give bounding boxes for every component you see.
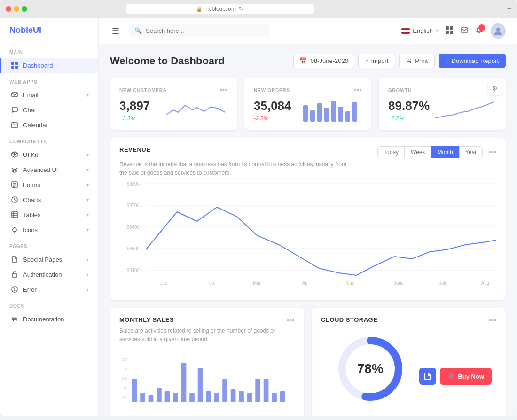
svg-rect-39	[317, 103, 322, 122]
mail-button[interactable]	[461, 26, 468, 36]
user-avatar[interactable]	[491, 23, 506, 39]
sidebar-item-uikit[interactable]: UI Kit ▾	[0, 147, 98, 162]
page-title: Welcome to Dashboard	[110, 55, 225, 67]
notification-badge	[478, 24, 485, 31]
language-selector[interactable]: English ▾	[401, 27, 438, 34]
card-menu-customers[interactable]: •••	[219, 86, 227, 94]
sidebar-item-forms[interactable]: Forms ▾	[0, 177, 98, 192]
maximize-dot	[22, 6, 27, 12]
card-menu-orders[interactable]: •••	[354, 86, 362, 94]
grid-toggle-button[interactable]	[446, 26, 453, 36]
file-icon	[11, 256, 18, 263]
cloud-storage-header: CLOUD STORAGE •••	[321, 316, 496, 325]
section-docs-label: DOCS	[0, 297, 98, 311]
date-picker[interactable]: 📅 08-June-2020	[293, 54, 354, 68]
svg-rect-79	[222, 379, 227, 402]
bell-button[interactable]	[476, 26, 483, 36]
time-btn-year[interactable]: Year	[459, 146, 483, 158]
download-report-button[interactable]: ↓ Download Report	[439, 54, 506, 68]
svg-rect-68	[132, 379, 137, 402]
sidebar-item-authentication[interactable]: Authentication ▾	[0, 267, 98, 282]
svg-rect-0	[11, 62, 14, 65]
sidebar-item-tables[interactable]: Tables ▾	[0, 207, 98, 222]
settings-button[interactable]: ⚙	[488, 81, 502, 95]
sidebar-item-dashboard[interactable]: Dashboard	[0, 58, 98, 73]
refresh-icon: ↻	[239, 6, 243, 12]
time-btn-today[interactable]: Today	[377, 146, 405, 158]
svg-rect-34	[450, 31, 453, 34]
sidebar-item-label-forms: Forms	[23, 181, 82, 188]
svg-text:160: 160	[122, 377, 127, 380]
monthly-sales-chart: 200 180 160 140 120	[119, 350, 295, 411]
svg-text:120: 120	[122, 395, 127, 398]
new-tab-icon: +	[507, 5, 511, 13]
card-header-growth: GROWTH •••	[388, 86, 496, 94]
flag-icon	[401, 28, 410, 34]
svg-rect-78	[214, 393, 219, 402]
revenue-card-menu[interactable]: •••	[488, 148, 496, 156]
card-label-orders: NEW ORDERS	[254, 88, 290, 93]
svg-rect-41	[331, 101, 336, 122]
lock-icon	[11, 271, 18, 278]
svg-text:June: June	[394, 280, 403, 286]
section-pages-label: PAGES	[0, 237, 98, 252]
monthly-sales-title: MONTHLY SALES	[119, 316, 174, 323]
buy-now-button[interactable]: 🛒 Buy Now	[440, 368, 492, 385]
sidebar-item-label-error: Error	[23, 286, 82, 293]
card-body-customers: 3,897 +3.3%	[119, 98, 227, 122]
svg-text:Mar: Mar	[253, 280, 261, 286]
form-icon	[11, 181, 18, 188]
sidebar-item-charts[interactable]: Charts ▾	[0, 192, 98, 207]
sidebar-item-chat[interactable]: Chat	[0, 102, 98, 117]
monthly-sales-menu[interactable]: •••	[287, 316, 295, 325]
time-btn-week[interactable]: Week	[405, 146, 431, 158]
svg-rect-42	[338, 107, 343, 122]
calendar-icon	[11, 121, 18, 129]
used-storage-label: USED STORAGE	[379, 415, 419, 416]
search-input[interactable]	[146, 27, 264, 34]
time-btn-month[interactable]: Month	[431, 146, 459, 158]
cloud-storage-card: CLOUD STORAGE •••	[312, 308, 506, 416]
document-icon-button[interactable]	[419, 368, 436, 385]
sidebar-item-special-pages[interactable]: Special Pages ▾	[0, 252, 98, 267]
star-icon	[11, 226, 18, 233]
hash-icon	[11, 315, 18, 323]
sidebar-item-calendar[interactable]: Calendar	[0, 117, 98, 132]
sidebar-item-advanced-ui[interactable]: Advanced UI ▾	[0, 162, 98, 177]
svg-text:May: May	[346, 280, 354, 286]
menu-button[interactable]: ☰	[110, 24, 121, 38]
svg-text:$8500k: $8500k	[127, 246, 141, 251]
topbar-right: English ▾	[401, 23, 506, 39]
sidebar-item-email[interactable]: Email ▾	[0, 87, 98, 102]
sidebar-item-icons[interactable]: Icons ▾	[0, 222, 98, 237]
svg-rect-2	[11, 66, 14, 69]
address-bar: 🔒 nobleui.com ↻	[126, 4, 314, 14]
svg-rect-33	[446, 31, 449, 34]
mail-icon	[11, 91, 18, 99]
date-value: 08-June-2020	[311, 57, 348, 64]
svg-rect-80	[231, 389, 236, 402]
sidebar-item-error[interactable]: Error ▾	[0, 282, 98, 297]
storage-actions: 🛒 Buy Now	[419, 368, 492, 385]
svg-rect-32	[450, 26, 453, 30]
svg-text:$8800k: $8800k	[127, 181, 141, 187]
cloud-storage-menu[interactable]: •••	[488, 316, 496, 325]
stat-value-growth: 89.87%	[388, 99, 430, 113]
sidebar-item-label-email: Email	[23, 92, 82, 99]
search-box: 🔍	[129, 24, 270, 37]
print-button[interactable]: 🖨 Print	[399, 54, 435, 68]
svg-rect-75	[189, 393, 195, 402]
sidebar-logo: NobleUI	[0, 18, 98, 43]
svg-text:$8700k: $8700k	[127, 203, 141, 208]
stat-value-orders: 35,084	[254, 99, 291, 113]
browser-chrome: 🔒 nobleui.com ↻ +	[0, 0, 517, 18]
sidebar-item-label-advanced-ui: Advanced UI	[23, 166, 82, 173]
svg-text:$8600k: $8600k	[127, 225, 141, 230]
upload-icon: ↑	[365, 57, 368, 64]
alert-icon	[11, 286, 18, 293]
svg-rect-74	[181, 363, 187, 402]
sidebar-item-documentation[interactable]: Documentation	[0, 311, 98, 327]
import-button[interactable]: ↑ Import	[358, 54, 395, 68]
minimize-dot	[14, 6, 19, 12]
stat-cards: NEW CUSTOMERS ••• 3,897 +3.3%	[110, 78, 506, 130]
